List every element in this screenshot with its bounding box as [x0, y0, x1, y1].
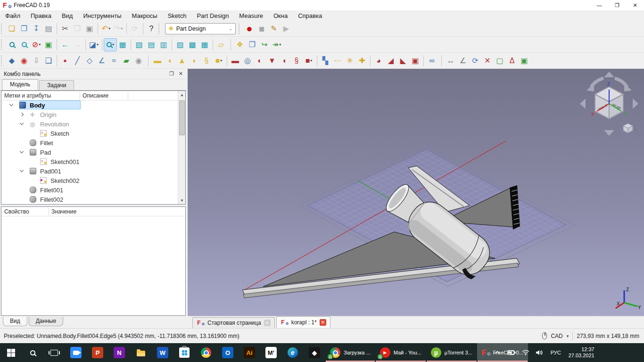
menu-view[interactable]: Вид	[57, 11, 78, 20]
navigation-cube[interactable]: RIGHT REAR Z X Y ▾	[578, 71, 640, 137]
word-icon[interactable]: W	[152, 343, 173, 362]
mini-cube-icon[interactable]	[623, 123, 633, 133]
cube-menu-icon[interactable]: ▾	[635, 128, 637, 132]
menu-partdesign[interactable]: Part Design	[191, 11, 234, 20]
create-sketch[interactable]: ◉	[18, 55, 30, 67]
zoom-tool[interactable]: ▾	[104, 39, 116, 51]
store-icon[interactable]	[173, 343, 195, 362]
menu-sketch[interactable]: Sketch	[163, 11, 192, 20]
volume-icon[interactable]	[535, 350, 545, 355]
powerpoint-icon[interactable]: P	[87, 343, 108, 362]
scroll-down-icon[interactable]: ▼	[178, 197, 186, 204]
edit-sketch[interactable]: ❑	[42, 55, 55, 67]
tree-item-pad[interactable]: Pad	[1, 148, 178, 157]
tab-model[interactable]: Модель	[2, 79, 38, 90]
menu-measure[interactable]: Measure	[234, 11, 268, 20]
chevron-right-icon[interactable]	[20, 113, 24, 116]
chamfer[interactable]: ◢	[385, 55, 397, 67]
close-panel-icon[interactable]: ✕	[179, 71, 183, 77]
nav-forward[interactable]: →	[71, 39, 83, 51]
edge-icon[interactable]: e	[282, 343, 304, 362]
close-tab-icon[interactable]: ✕	[320, 319, 326, 326]
close-button[interactable]: ✕	[626, 0, 644, 10]
create-part[interactable]: ❖	[234, 39, 246, 51]
macro-edit[interactable]: ✎	[268, 23, 280, 35]
additive-primitive[interactable]: ■▾	[213, 55, 225, 67]
measure-toggle-3d[interactable]: ▢	[494, 55, 506, 67]
fit-all[interactable]	[6, 39, 18, 51]
polar-pattern[interactable]: ✳	[344, 55, 356, 67]
tree-item-sketch[interactable]: Sketch	[1, 129, 178, 138]
subtractive-primitive[interactable]: ■▾	[303, 55, 315, 67]
fit-selection[interactable]	[18, 39, 30, 51]
view-isometric[interactable]: ◪▾	[88, 39, 100, 51]
make-link[interactable]: ↪	[258, 39, 271, 51]
measure-linear[interactable]: ↔	[445, 55, 457, 67]
sketch-line[interactable]: ╱	[71, 55, 83, 67]
close-tab-icon[interactable]: ✕	[264, 320, 271, 326]
taskbar-chrome-downloads[interactable]: ДЗагрузка ...	[325, 343, 375, 362]
outlook-icon[interactable]: O	[217, 343, 239, 362]
view-bottom[interactable]: ▩	[186, 39, 198, 51]
tree-item-fillet001[interactable]: Fillet001	[1, 185, 178, 195]
start-button[interactable]	[0, 343, 22, 362]
tree-item-fillet[interactable]: Fillet	[1, 138, 178, 148]
cut[interactable]: ✂	[59, 23, 71, 35]
taskbar-utorrent[interactable]: µµTorrent 3...	[426, 343, 477, 362]
tree-scrollbar[interactable]: ▲ ▼	[178, 91, 185, 204]
scroll-thumb[interactable]	[179, 100, 185, 135]
boolean-operation[interactable]: ∞	[426, 55, 438, 67]
nav-back[interactable]: ←	[59, 39, 71, 51]
additive-helix[interactable]: §	[200, 55, 213, 67]
measure-toggle-all[interactable]: ▣	[518, 55, 530, 67]
measure-tool[interactable]: ▱	[215, 39, 227, 51]
pocket[interactable]: ▬	[229, 55, 241, 67]
multi-transform[interactable]: ✚	[356, 55, 368, 67]
sketch-polyline[interactable]: ∠	[96, 55, 108, 67]
taskbar-youtube[interactable]: ▶ДМай - You...	[375, 343, 426, 362]
hole[interactable]: ◎	[241, 55, 254, 67]
save-file[interactable]: ↧	[30, 23, 42, 35]
sketch-rectangle[interactable]: ◇	[83, 55, 96, 67]
view-right[interactable]: ▥	[157, 39, 170, 51]
language-indicator[interactable]: РУС	[551, 350, 561, 355]
undo[interactable]: ↶▾	[100, 23, 112, 35]
tree-item-sketch001[interactable]: Sketch001	[1, 157, 178, 166]
map-sketch[interactable]: ⇩	[30, 55, 42, 67]
illustrator-icon[interactable]: Ai	[239, 343, 260, 362]
onenote-icon[interactable]: N	[108, 343, 130, 362]
box-selection[interactable]: ▣	[42, 39, 55, 51]
make-sub-link[interactable]: ↠▾	[271, 39, 283, 51]
mirrored[interactable]: ▚	[319, 55, 331, 67]
macro-stop[interactable]: ■	[256, 23, 268, 35]
new-file[interactable]: ❏	[6, 23, 18, 35]
unity-icon[interactable]: ◆	[304, 343, 325, 362]
measure-clear[interactable]: ✕	[481, 55, 494, 67]
view-axonometric[interactable]: ▦	[116, 39, 129, 51]
tree-item-origin[interactable]: Origin	[1, 110, 178, 119]
tab-data[interactable]: Данные	[29, 317, 63, 326]
measure-angular[interactable]: ∠	[457, 55, 469, 67]
minimize-button[interactable]: —	[590, 0, 608, 10]
carbon-copy[interactable]: ◉	[132, 55, 145, 67]
revolution[interactable]: ◖	[164, 55, 176, 67]
additive-pipe[interactable]: ◗	[188, 55, 200, 67]
pad[interactable]: ▬	[151, 55, 164, 67]
task-view-button[interactable]	[43, 343, 65, 362]
measure-toggle-delta[interactable]: Δ	[506, 55, 518, 67]
view-left[interactable]: ▦	[198, 39, 211, 51]
clipping-plane[interactable]: ⊘▾	[30, 39, 42, 51]
restore-button[interactable]: ❐	[608, 0, 626, 10]
view-top[interactable]: ▤	[145, 39, 157, 51]
menu-file[interactable]: Файл	[0, 11, 25, 20]
create-body[interactable]: ◆	[6, 55, 18, 67]
paste[interactable]: ▣	[83, 23, 96, 35]
3d-viewport[interactable]: RIGHT REAR Z X Y ▾ Z Y X	[188, 69, 644, 316]
menu-edit[interactable]: Правка	[25, 11, 57, 20]
view-rear[interactable]: ▨	[174, 39, 186, 51]
thickness[interactable]: ▣	[409, 55, 421, 67]
sketch-point[interactable]: •	[59, 55, 71, 67]
clock[interactable]: 12:37 27.03.2021	[569, 346, 594, 359]
chevron-down-icon[interactable]: ▾	[567, 334, 569, 338]
tab-start-page[interactable]: Стартовая страница ✕	[192, 317, 275, 328]
